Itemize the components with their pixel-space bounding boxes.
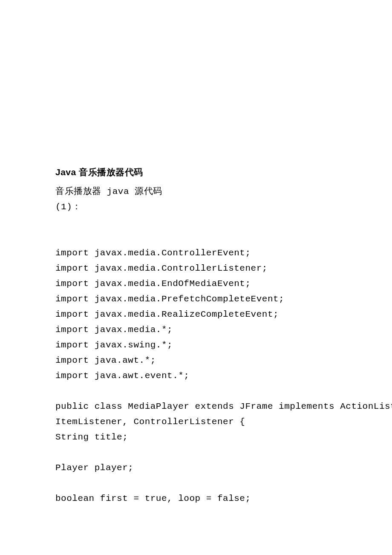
code-line: import javax.media.ControllerEvent; bbox=[55, 246, 337, 261]
code-line: import java.awt.event.*; bbox=[55, 368, 337, 384]
blank-spacer bbox=[55, 215, 337, 230]
code-line: public class MediaPlayer extends JFrame … bbox=[55, 399, 337, 414]
document-page: Java 音乐播放器代码 音乐播放器 java 源代码 (1)： import … bbox=[0, 0, 392, 506]
code-line: boolean first = true, loop = false; bbox=[55, 491, 337, 506]
code-line: import javax.media.PrefetchCompleteEvent… bbox=[55, 292, 337, 307]
code-line: import javax.media.*; bbox=[55, 322, 337, 338]
code-line: import javax.swing.*; bbox=[55, 338, 337, 353]
blank-spacer bbox=[55, 445, 337, 460]
blank-spacer bbox=[55, 230, 337, 246]
blank-spacer bbox=[55, 476, 337, 491]
code-line: import javax.media.EndOfMediaEvent; bbox=[55, 276, 337, 292]
code-line: import javax.media.ControllerListener; bbox=[55, 261, 337, 276]
code-line: ItemListener, ControllerListener { bbox=[55, 414, 337, 430]
blank-spacer bbox=[55, 384, 337, 399]
code-line: import javax.media.RealizeCompleteEvent; bbox=[55, 307, 337, 322]
code-line: String title; bbox=[55, 430, 337, 445]
code-line: Player player; bbox=[55, 460, 337, 476]
document-title: Java 音乐播放器代码 bbox=[55, 166, 337, 178]
code-line: import java.awt.*; bbox=[55, 353, 337, 368]
intro-line-1: 音乐播放器 java 源代码 bbox=[55, 184, 337, 199]
intro-line-2: (1)： bbox=[55, 199, 337, 215]
